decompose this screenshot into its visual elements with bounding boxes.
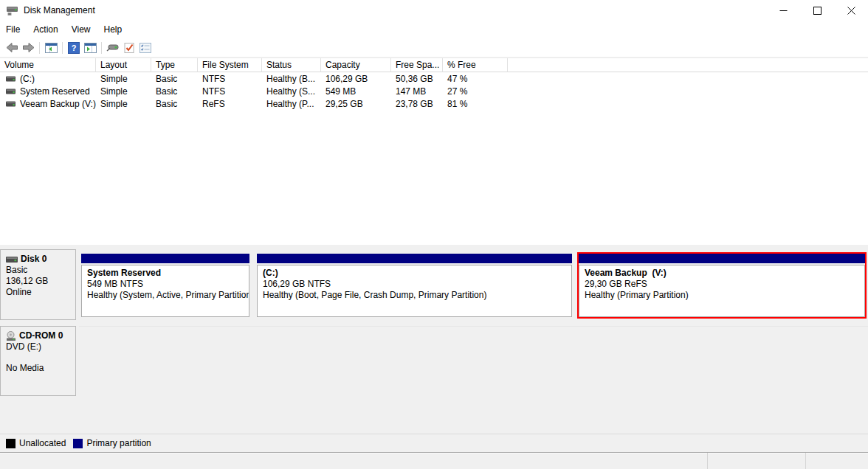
help-icon: ? [68,42,80,54]
cdrom-icon [6,331,16,341]
back-button[interactable] [4,40,20,56]
file-system-cell: ReFS [198,99,262,109]
column-header-file-system[interactable]: File System [198,58,262,72]
check-button[interactable] [121,40,137,56]
capacity-cell: 106,29 GB [321,74,391,84]
refresh-disks-icon [106,43,120,53]
menu-view[interactable]: View [65,22,97,37]
layout-cell: Simple [96,99,151,109]
menu-bar: File Action View Help [0,21,868,38]
status-pane [805,453,868,469]
check-mark-icon [124,42,135,54]
close-button[interactable] [834,0,868,21]
cdrom-name: CD-ROM 0 [19,330,63,341]
table-row-system-reserved[interactable]: System Reserved Simple Basic NTFS Health… [0,85,868,97]
menu-help[interactable]: Help [97,22,129,37]
partition-title: (C:) [263,268,566,279]
refresh-disks-button[interactable] [105,40,121,56]
type-cell: Basic [151,99,198,109]
column-header-type[interactable]: Type [151,58,198,72]
toolbar-separator [39,42,40,54]
type-cell: Basic [151,74,198,84]
title-bar: Disk Management [0,0,868,21]
disk0-status: Online [6,287,75,298]
layout-cell: Simple [96,74,151,84]
table-row-c[interactable]: (C:) Simple Basic NTFS Healthy (B... 106… [0,72,868,85]
partition-veeam-backup-selected[interactable]: Veeam Backup (V:) 29,30 GB ReFS Healthy … [577,252,867,319]
column-header-capacity[interactable]: Capacity [321,58,391,72]
free-space-cell: 147 MB [391,86,443,97]
partition-body: Veeam Backup (V:) 29,30 GB ReFS Healthy … [579,265,865,317]
maximize-button[interactable] [800,0,834,21]
window-title: Disk Management [24,5,95,15]
status-cell: Healthy (S... [262,86,321,97]
column-header-layout[interactable]: Layout [96,58,151,72]
type-cell: Basic [151,86,198,97]
cdrom-info-panel[interactable]: CD-ROM 0 DVD (E:) No Media [0,326,76,396]
pct-free-cell: 47 % [443,74,508,84]
forward-button[interactable] [20,40,36,56]
properties-list-button[interactable] [137,40,154,56]
graphical-view: Disk 0 Basic 136,12 GB Online System Res… [0,245,868,434]
volume-cell: Veeam Backup (V:) [0,99,96,109]
status-pane [0,453,707,469]
disk0-partitions: System Reserved 549 MB NTFS Healthy (Sys… [76,249,868,320]
column-header-status[interactable]: Status [262,58,321,72]
volume-name: (C:) [20,74,35,84]
menu-action[interactable]: Action [27,22,64,37]
window-controls [766,0,868,21]
free-space-cell: 50,36 GB [391,74,443,84]
disk0-row: Disk 0 Basic 136,12 GB Online System Res… [0,249,868,320]
show-action-pane-button[interactable] [82,40,98,56]
disk-icon [6,256,18,263]
partition-detail: 106,29 GB NTFS [263,279,566,290]
primary-partition-swatch [73,439,83,448]
column-header-pct-free[interactable]: % Free [443,58,508,72]
console-tree-icon [45,43,58,53]
partition-title: Veeam Backup (V:) [585,268,859,279]
minimize-button[interactable] [766,0,800,21]
legend-unallocated: Unallocated [6,438,66,448]
maximize-icon [813,7,822,15]
back-arrow-icon [6,42,18,53]
partition-body: (C:) 106,29 GB NTFS Healthy (Boot, Page … [257,265,572,317]
partition-health: Healthy (System, Active, Primary Partiti… [87,290,244,301]
minimize-icon [779,7,788,15]
legend-bar: Unallocated Primary partition [0,434,868,452]
toolbar: ? [0,38,868,58]
status-cell: Healthy (P... [262,99,321,109]
pct-free-cell: 81 % [443,99,508,109]
partition-color-band [257,254,572,263]
legend-label: Primary partition [86,438,151,448]
partition-detail: 29,30 GB ReFS [585,279,859,290]
help-button[interactable]: ? [66,40,82,56]
disk0-kind: Basic [6,265,75,276]
menu-file[interactable]: File [0,22,27,37]
legend-primary-partition: Primary partition [73,438,151,448]
partition-c[interactable]: (C:) 106,29 GB NTFS Healthy (Boot, Page … [255,252,574,319]
partition-color-band [579,254,865,263]
volume-name: System Reserved [20,86,90,97]
status-pane [707,453,805,469]
partition-title: System Reserved [87,268,244,279]
capacity-cell: 29,25 GB [321,99,391,109]
volume-list: Volume Layout Type File System Status Ca… [0,58,868,245]
volume-list-header: Volume Layout Type File System Status Ca… [0,58,868,72]
disk0-size: 136,12 GB [6,276,75,287]
volume-cell: System Reserved [0,86,96,97]
partition-body: System Reserved 549 MB NTFS Healthy (Sys… [81,265,249,317]
action-pane-icon [84,43,97,53]
partition-system-reserved[interactable]: System Reserved 549 MB NTFS Healthy (Sys… [80,252,251,319]
status-bar [0,452,868,469]
column-header-free-space[interactable]: Free Spa... [391,58,443,72]
show-console-tree-button[interactable] [43,40,59,56]
partition-health: Healthy (Primary Partition) [585,290,859,301]
svg-text:?: ? [72,44,77,52]
disk0-info-panel[interactable]: Disk 0 Basic 136,12 GB Online [0,249,76,320]
disk0-name: Disk 0 [21,254,46,265]
column-header-volume[interactable]: Volume [0,58,96,72]
disk-management-window: Disk Management File Action View Help [0,0,868,469]
partition-detail: 549 MB NTFS [87,279,244,290]
table-row-veeam-backup[interactable]: Veeam Backup (V:) Simple Basic ReFS Heal… [0,97,868,110]
toolbar-separator [101,42,102,54]
